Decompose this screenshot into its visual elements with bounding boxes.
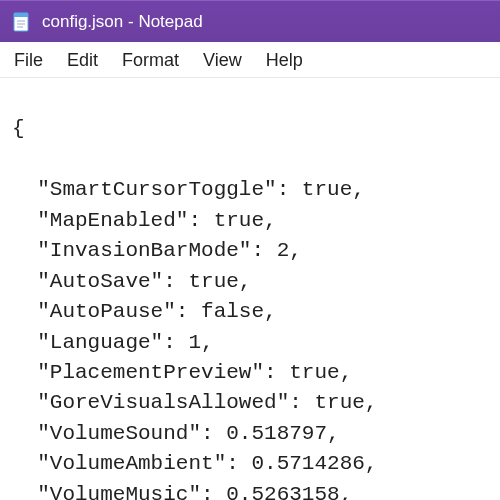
svg-rect-1 — [14, 13, 28, 17]
menu-edit[interactable]: Edit — [59, 48, 110, 73]
menu-format[interactable]: Format — [114, 48, 191, 73]
code-line: "VolumeMusic": 0.5263158, — [12, 480, 496, 500]
window-title: config.json - Notepad — [42, 12, 203, 32]
code-line: "Language": 1, — [12, 328, 496, 358]
code-line: "VolumeSound": 0.518797, — [12, 419, 496, 449]
code-line: "VolumeAmbient": 0.5714286, — [12, 449, 496, 479]
code-line: "MapEnabled": true, — [12, 206, 496, 236]
title-bar: config.json - Notepad — [0, 0, 500, 42]
menu-bar: File Edit Format View Help — [0, 42, 500, 78]
menu-help[interactable]: Help — [258, 48, 315, 73]
code-line: { — [12, 114, 496, 144]
menu-file[interactable]: File — [6, 48, 55, 73]
editor-content[interactable]: { "SmartCursorToggle": true, "MapEnabled… — [0, 78, 500, 500]
code-line: "InvasionBarMode": 2, — [12, 236, 496, 266]
code-line: "SmartCursorToggle": true, — [12, 175, 496, 205]
menu-view[interactable]: View — [195, 48, 254, 73]
code-line: "AutoSave": true, — [12, 267, 496, 297]
code-line: "GoreVisualsAllowed": true, — [12, 388, 496, 418]
notepad-icon — [10, 11, 32, 33]
code-line: "AutoPause": false, — [12, 297, 496, 327]
code-line: "PlacementPreview": true, — [12, 358, 496, 388]
